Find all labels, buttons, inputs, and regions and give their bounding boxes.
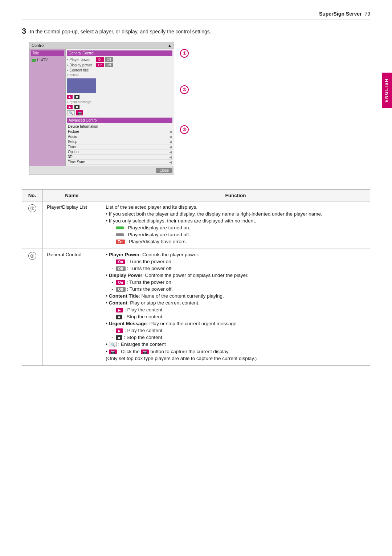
- urgent-stop-btn[interactable]: ■: [74, 105, 79, 109]
- content-label: Content: [67, 73, 172, 77]
- camera-badge-2: 📷: [141, 349, 149, 354]
- close-button[interactable]: Close: [156, 168, 172, 173]
- row1-no: ①: [22, 201, 42, 249]
- 3d-label: 3D: [68, 155, 73, 159]
- device-info-row[interactable]: Device Information: [67, 124, 172, 129]
- row2-f16: (Only set top box type players are able …: [106, 356, 366, 361]
- callout-2: ②: [180, 85, 189, 94]
- off-badge-1: Off: [116, 266, 125, 271]
- content-play-btn[interactable]: ▶: [67, 95, 73, 99]
- off-badge-2: Off: [116, 287, 125, 292]
- row1-f6: - Err : Player/display have errors.: [111, 239, 366, 244]
- setup-row[interactable]: Setup ◀: [67, 139, 172, 144]
- option-label: Option: [68, 150, 78, 154]
- urgent-controls: ▶ ■: [67, 105, 172, 109]
- page-container: ENGLISH SuperSign Server 79 3 In the Con…: [0, 0, 392, 556]
- content-stop-btn[interactable]: ■: [74, 95, 79, 99]
- play-badge-2: ▶: [116, 328, 123, 333]
- display-power-label: • Display power: [67, 63, 96, 67]
- row2-f10: - ■ : Stop the content.: [111, 314, 366, 319]
- content-controls: ▶ ■: [67, 94, 172, 99]
- option-arrow: ◀: [169, 150, 172, 154]
- general-control-header: General Control: [67, 50, 172, 56]
- picture-row[interactable]: Picture ◀: [67, 129, 172, 134]
- page-header: SuperSign Server 79: [22, 11, 370, 20]
- green-status-icon: [116, 226, 124, 229]
- popup-right-panel: General Control • Player power On Off • …: [66, 49, 174, 166]
- capture-btn[interactable]: 📷: [76, 110, 83, 115]
- header-page: 79: [364, 11, 370, 17]
- row2-f14: • 🔍 : Enlarges the content: [106, 342, 366, 347]
- zoom-btn[interactable]: 🔍: [67, 110, 75, 115]
- row2-function: • Player Power: Controls the player powe…: [101, 249, 370, 366]
- status-dot-green: [32, 59, 36, 62]
- audio-label: Audio: [68, 135, 77, 139]
- player-power-label: • Player power: [67, 58, 96, 62]
- gray-status-icon: [116, 233, 124, 236]
- setup-arrow: ◀: [169, 140, 172, 144]
- row1-f2: • If you select both the player and disp…: [106, 211, 366, 217]
- content-title-row: • Content title: [67, 68, 172, 72]
- display-power-on-btn[interactable]: On: [96, 63, 104, 67]
- callout-1: ①: [180, 49, 189, 58]
- popup-body: Title L14TV General Control • Player pow…: [29, 49, 174, 166]
- setup-label: Setup: [68, 140, 77, 144]
- stop-badge-2: ■: [116, 335, 122, 340]
- player-power-off-btn[interactable]: Off: [105, 57, 113, 62]
- time-arrow: ◀: [169, 145, 172, 149]
- col-name-header: Name: [42, 190, 101, 201]
- urgent-label: Urgent Message: [67, 100, 172, 104]
- control-popup: Control ▲ Title L14TV General Control • …: [29, 42, 174, 175]
- popup-titlebar: Control ▲: [29, 42, 174, 49]
- row2-f4: • Display Power: Controls the power of d…: [106, 273, 366, 278]
- popup-footer: Close: [29, 166, 174, 175]
- row2-f5: - On : Turns the power on.: [111, 279, 366, 285]
- popup-left-title: Title: [31, 50, 64, 56]
- table-row-1: ① Player/Display List List of the select…: [22, 201, 370, 249]
- picture-arrow: ◀: [169, 130, 172, 134]
- reference-table: No. Name Function ① Player/Display List …: [22, 189, 370, 366]
- col-no-header: No.: [22, 190, 42, 201]
- err-badge: Err: [116, 240, 124, 244]
- content-preview-area: [67, 78, 96, 93]
- control-popup-wrapper: Control ▲ Title L14TV General Control • …: [29, 42, 174, 175]
- callout-3: ③: [180, 125, 189, 134]
- circled-1: ①: [28, 204, 36, 212]
- popup-title: Control: [32, 43, 44, 48]
- step-number: 3: [22, 27, 26, 35]
- player-power-on-btn[interactable]: On: [96, 57, 104, 62]
- step-text: In the Control pop-up, select a player, …: [30, 29, 211, 34]
- option-row[interactable]: Option ◀: [67, 150, 172, 155]
- urgent-play-btn[interactable]: ▶: [67, 105, 73, 109]
- row2-f9: - ▶ : Play the content.: [111, 307, 366, 312]
- row2-f12: - ▶ : Play the content.: [111, 328, 366, 333]
- col-function-header: Function: [101, 190, 370, 201]
- row1-function: List of the selected player and its disp…: [101, 201, 370, 249]
- content-title-label: • Content title: [67, 68, 96, 72]
- popup-player-item: L14TV: [31, 57, 64, 63]
- audio-row[interactable]: Audio ◀: [67, 134, 172, 139]
- row1-f4: - : Player/display are turned on.: [111, 225, 366, 230]
- timesync-label: Time Sync: [68, 160, 85, 164]
- display-power-row: • Display power On Off: [67, 63, 172, 67]
- row2-f2: - On : Turns the power on.: [111, 259, 366, 264]
- time-label: Time: [68, 145, 76, 149]
- device-info-label: Device Information: [68, 124, 98, 128]
- row2-f15: • 📷 : Click the 📷 button to capture the …: [106, 349, 366, 354]
- picture-label: Picture: [68, 130, 79, 134]
- time-row[interactable]: Time ◀: [67, 144, 172, 150]
- zoom-badge: 🔍: [109, 342, 117, 347]
- 3d-row[interactable]: 3D ◀: [67, 155, 172, 160]
- timesync-row[interactable]: Time Sync ◀: [67, 160, 172, 165]
- popup-scroll: ▲: [168, 43, 172, 48]
- table-row-2: ② General Control • Player Power: Contro…: [22, 249, 370, 366]
- audio-arrow: ◀: [169, 135, 172, 139]
- row2-f11: • Urgent Message: Play or stop the curre…: [106, 321, 366, 326]
- on-badge-2: On: [116, 280, 125, 285]
- row1-f5: - : Player/display are turned off.: [111, 232, 366, 237]
- display-power-off-btn[interactable]: Off: [105, 63, 113, 67]
- row2-f6: - Off : Turns the power off.: [111, 286, 366, 292]
- row1-f1: List of the selected player and its disp…: [106, 204, 366, 210]
- camera-badge-1: 📷: [109, 349, 117, 354]
- row2-f13: - ■ : Stop the content.: [111, 335, 366, 340]
